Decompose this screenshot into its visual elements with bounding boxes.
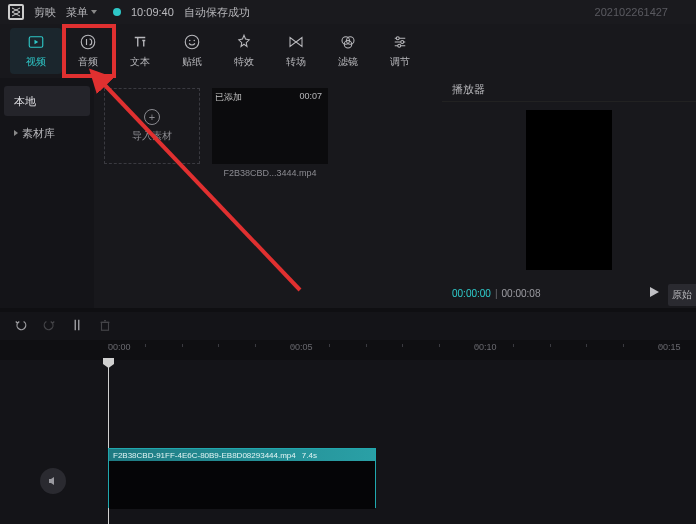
title-bar: 剪映 菜单 10:09:40 自动保存成功 202102261427 (0, 0, 696, 24)
media-content: + 导入素材 已添加 00:07 F2B38CBD...3444.mp4 (94, 78, 442, 308)
clip-filename: F2B38CBD...3444.mp4 (212, 168, 328, 178)
current-time: 00:00:00 (452, 288, 491, 299)
original-size-button[interactable]: 原始 (668, 284, 696, 306)
chevron-right-icon (14, 130, 18, 136)
chevron-down-icon (91, 10, 97, 14)
split-button[interactable] (70, 318, 84, 335)
tab-sticker[interactable]: 贴纸 (166, 28, 218, 74)
timeline-toolbar (0, 312, 696, 340)
clip-thumbnail: 已添加 00:07 (212, 88, 328, 164)
save-status: 自动保存成功 (184, 5, 250, 20)
svg-rect-11 (102, 322, 109, 330)
svg-point-8 (396, 37, 399, 40)
video-icon (27, 33, 45, 51)
tab-adjust[interactable]: 调节 (374, 28, 426, 74)
redo-button[interactable] (42, 318, 56, 335)
import-media-button[interactable]: + 导入素材 (104, 88, 200, 164)
speaker-icon (47, 475, 59, 487)
filter-icon (339, 33, 357, 51)
save-time: 10:09:40 (131, 6, 174, 18)
sidebar-item-local[interactable]: 本地 (4, 86, 90, 116)
svg-point-1 (81, 35, 95, 49)
svg-point-2 (185, 35, 199, 49)
adjust-icon (391, 33, 409, 51)
total-time: 00:00:08 (502, 288, 541, 299)
tab-transition[interactable]: 转场 (270, 28, 322, 74)
ruler-tick: 00:05 (290, 342, 313, 352)
timeline[interactable]: F2B38CBD-91FF-4E6C-80B9-EB8D08293444.mp4… (0, 360, 696, 524)
project-timestamp: 202102261427 (595, 6, 668, 18)
svg-point-4 (194, 40, 196, 42)
preview-body (442, 102, 696, 278)
timeline-clip-header: F2B38CBD-91FF-4E6C-80B9-EB8D08293444.mp4… (109, 449, 375, 461)
added-badge: 已添加 (215, 91, 242, 104)
app-name: 剪映 (34, 5, 56, 20)
undo-button[interactable] (14, 318, 28, 335)
app-logo-icon (8, 4, 24, 20)
preview-title: 播放器 (442, 78, 696, 102)
svg-point-9 (401, 41, 404, 44)
middle-panel: 本地 素材库 + 导入素材 已添加 00:07 F2B38CBD...3444.… (0, 78, 696, 308)
svg-point-10 (398, 44, 401, 47)
ruler-tick: 00:10 (474, 342, 497, 352)
sidebar-item-library[interactable]: 素材库 (4, 118, 90, 148)
timeline-clip-body (109, 461, 375, 509)
ruler-tick: 00:00 (108, 342, 131, 352)
tab-effect[interactable]: 特效 (218, 28, 270, 74)
track-mute-button[interactable] (40, 468, 66, 494)
transition-icon (287, 33, 305, 51)
tab-text[interactable]: 文本 (114, 28, 166, 74)
menu-dropdown[interactable]: 菜单 (66, 5, 97, 20)
ruler-tick: 00:15 (658, 342, 681, 352)
sticker-icon (183, 33, 201, 51)
svg-point-3 (189, 40, 191, 42)
delete-button[interactable] (98, 318, 112, 335)
clip-duration: 00:07 (299, 91, 322, 101)
tool-tabs: 视频 音频 文本 贴纸 特效 转场 滤镜 调节 (0, 24, 696, 78)
tab-audio[interactable]: 音频 (62, 28, 114, 74)
audio-icon (79, 33, 97, 51)
timeline-clip[interactable]: F2B38CBD-91FF-4E6C-80B9-EB8D08293444.mp4… (108, 448, 376, 508)
media-sidebar: 本地 素材库 (0, 78, 94, 308)
preview-video-frame[interactable] (526, 110, 612, 270)
media-clip-item[interactable]: 已添加 00:07 F2B38CBD...3444.mp4 (212, 88, 328, 298)
preview-controls: 00:00:00 | 00:00:08 (442, 278, 696, 308)
time-ruler[interactable]: 00:00 00:05 00:10 00:15 (104, 340, 696, 360)
plus-icon: + (144, 109, 160, 125)
tab-video[interactable]: 视频 (10, 28, 62, 74)
tab-filter[interactable]: 滤镜 (322, 28, 374, 74)
save-status-icon (113, 8, 121, 16)
preview-panel: 播放器 00:00:00 | 00:00:08 (442, 78, 696, 308)
effect-icon (235, 33, 253, 51)
text-icon (131, 33, 149, 51)
play-button[interactable] (648, 286, 660, 300)
